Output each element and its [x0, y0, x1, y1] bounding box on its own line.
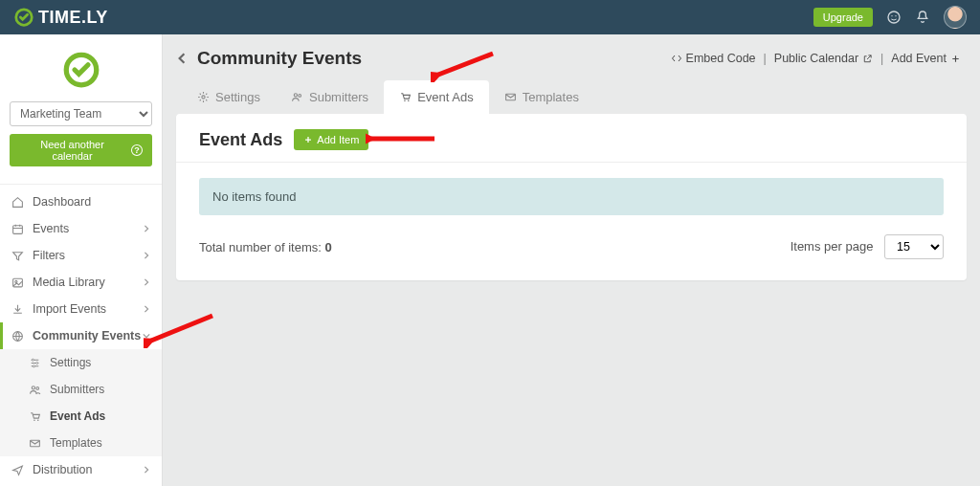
sidebar-logo [0, 34, 162, 101]
mail-icon [504, 91, 517, 103]
code-icon [671, 53, 682, 64]
sidebar-item-community-events[interactable]: Community Events [0, 322, 162, 349]
community-submenu: Settings Submitters Event Ads Templates [0, 349, 162, 456]
svg-point-20 [404, 99, 406, 101]
external-link-icon [862, 54, 873, 64]
page-header: Community Events Embed Code | Public Cal… [163, 34, 980, 69]
submenu-submitters[interactable]: Submitters [0, 376, 162, 403]
svg-point-18 [294, 94, 297, 97]
sidebar: Marketing Team Need another calendar ? D… [0, 34, 163, 486]
cart-icon [29, 410, 41, 423]
add-event-link[interactable]: Add Event [891, 52, 961, 65]
svg-point-1 [888, 11, 900, 23]
chevron-right-icon [143, 466, 150, 474]
items-per-page-select[interactable]: 15 [884, 234, 944, 259]
svg-point-15 [37, 419, 39, 421]
mail-icon [29, 437, 41, 450]
total-items: Total number of items: 0 [199, 240, 332, 254]
help-icon[interactable] [886, 10, 902, 25]
chevron-right-icon [143, 225, 150, 232]
tab-event-ads[interactable]: Event Ads [384, 80, 489, 114]
cart-icon [399, 91, 412, 103]
empty-message: No items found [199, 178, 944, 215]
team-select-wrap: Marketing Team [10, 101, 152, 126]
tab-templates[interactable]: Templates [489, 80, 594, 114]
svg-point-21 [408, 99, 410, 101]
svg-point-11 [33, 364, 34, 366]
topbar: TIME.LY Upgrade [0, 0, 980, 34]
users-icon [29, 384, 41, 396]
submenu-settings[interactable]: Settings [0, 349, 162, 376]
svg-point-9 [32, 359, 33, 361]
tabs: Settings Submitters Event Ads Templates [163, 80, 980, 114]
check-circle-icon [61, 50, 101, 90]
svg-point-3 [895, 15, 896, 16]
need-calendar-button[interactable]: Need another calendar ? [10, 134, 152, 166]
embed-code-link[interactable]: Embed Code [671, 52, 756, 65]
sidebar-item-events[interactable]: Events [0, 215, 162, 242]
submenu-event-ads[interactable]: Event Ads [0, 403, 162, 430]
svg-point-10 [36, 362, 38, 364]
svg-point-12 [32, 386, 34, 388]
calendar-icon [11, 223, 24, 235]
svg-point-19 [299, 95, 301, 98]
public-calendar-link[interactable]: Public Calendar [774, 52, 873, 65]
panel-title: Event Ads [199, 130, 282, 150]
question-icon: ? [131, 144, 143, 156]
image-icon [11, 276, 24, 289]
sidebar-item-dashboard[interactable]: Dashboard [0, 188, 162, 215]
svg-rect-5 [13, 225, 23, 233]
sliders-icon [29, 357, 41, 369]
page-title: Community Events [197, 48, 362, 69]
svg-point-2 [891, 15, 892, 16]
chevron-right-icon [143, 305, 150, 313]
sidebar-item-filters[interactable]: Filters [0, 242, 162, 269]
panel: Event Ads Add Item No items found Total … [176, 114, 967, 280]
svg-point-14 [33, 419, 35, 421]
back-button[interactable] [176, 53, 188, 64]
gear-icon [197, 91, 210, 103]
sidebar-item-distribution[interactable]: Distribution [0, 456, 162, 483]
send-icon [11, 464, 24, 476]
sidebar-item-import-events[interactable]: Import Events [0, 296, 162, 322]
svg-point-7 [15, 280, 17, 282]
globe-icon [11, 330, 24, 342]
tab-settings[interactable]: Settings [182, 80, 276, 114]
sidebar-nav: Dashboard Events Filters Media Library I… [0, 188, 162, 486]
submenu-templates[interactable]: Templates [0, 430, 162, 456]
bell-icon[interactable] [915, 10, 930, 25]
brand-text: TIME.LY [38, 8, 108, 28]
svg-point-17 [202, 96, 205, 99]
home-icon [11, 196, 24, 209]
chevron-right-icon [143, 252, 150, 259]
team-select[interactable]: Marketing Team [10, 101, 152, 126]
users-icon [291, 91, 303, 103]
chevron-right-icon [143, 278, 150, 286]
plus-icon [950, 54, 961, 64]
sidebar-item-media-library[interactable]: Media Library [0, 269, 162, 296]
avatar[interactable] [944, 6, 967, 29]
check-circle-icon [13, 7, 34, 28]
plus-icon [303, 135, 313, 144]
brand-logo: TIME.LY [13, 7, 108, 28]
upgrade-button[interactable]: Upgrade [813, 8, 873, 27]
main: Community Events Embed Code | Public Cal… [163, 34, 980, 486]
filter-icon [11, 250, 24, 262]
svg-point-13 [36, 387, 39, 389]
tab-submitters[interactable]: Submitters [276, 80, 384, 114]
need-calendar-label: Need another calendar [19, 139, 125, 162]
items-per-page: Items per page 15 [791, 234, 944, 259]
chevron-down-icon [143, 332, 150, 340]
add-item-button[interactable]: Add Item [294, 129, 368, 150]
download-icon [11, 303, 24, 316]
topbar-right: Upgrade [813, 6, 967, 29]
